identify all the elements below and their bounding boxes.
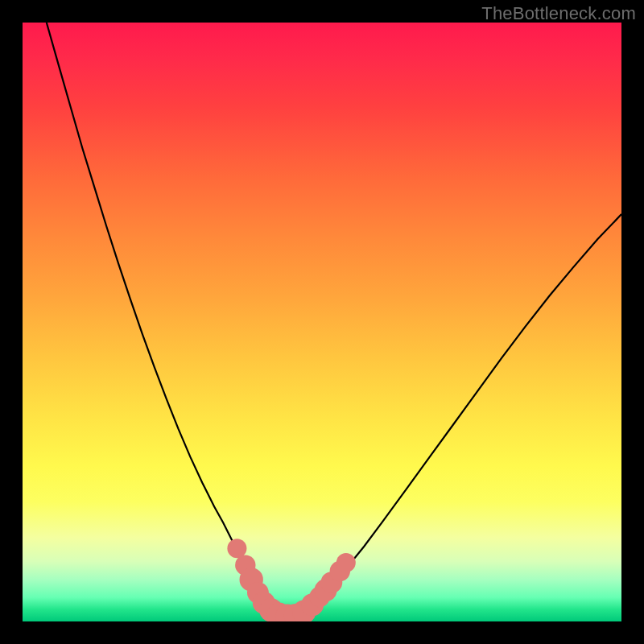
curve-marker xyxy=(336,553,356,572)
bottleneck-curve xyxy=(47,23,621,617)
watermark-text: TheBottleneck.com xyxy=(481,3,636,24)
curve-layer xyxy=(23,23,621,621)
plot-area xyxy=(23,23,621,621)
marker-group xyxy=(227,539,355,621)
chart-frame: TheBottleneck.com xyxy=(0,0,644,644)
